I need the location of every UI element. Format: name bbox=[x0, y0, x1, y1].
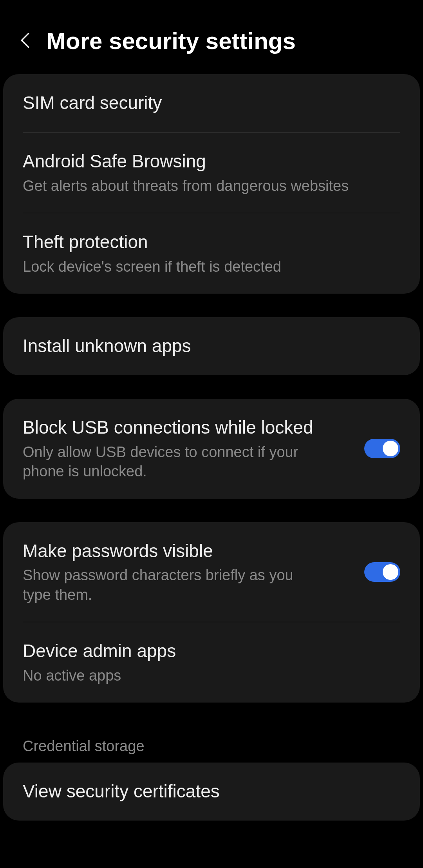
row-title: Install unknown apps bbox=[23, 334, 400, 358]
group-block-usb: Block USB connections while locked Only … bbox=[3, 399, 420, 499]
make-passwords-visible-row[interactable]: Make passwords visible Show password cha… bbox=[3, 522, 420, 622]
group-credential-storage: View security certificates bbox=[3, 763, 420, 821]
make-passwords-visible-toggle[interactable] bbox=[364, 562, 400, 582]
page-title: More security settings bbox=[46, 27, 296, 54]
row-title: View security certificates bbox=[23, 780, 400, 803]
row-title: Block USB connections while locked bbox=[23, 416, 320, 439]
row-subtitle: Show password characters briefly as you … bbox=[23, 566, 320, 605]
group-install-unknown: Install unknown apps bbox=[3, 317, 420, 375]
row-title: Theft protection bbox=[23, 231, 400, 254]
block-usb-row[interactable]: Block USB connections while locked Only … bbox=[3, 399, 420, 499]
row-title: Make passwords visible bbox=[23, 539, 320, 563]
toggle-knob bbox=[383, 564, 398, 580]
row-title: Android Safe Browsing bbox=[23, 150, 400, 173]
row-title: SIM card security bbox=[23, 91, 400, 115]
row-subtitle: Get alerts about threats from dangerous … bbox=[23, 176, 400, 196]
row-subtitle: Lock device's screen if theft is detecte… bbox=[23, 257, 400, 276]
device-admin-apps-row[interactable]: Device admin apps No active apps bbox=[3, 622, 420, 703]
android-safe-browsing-row[interactable]: Android Safe Browsing Get alerts about t… bbox=[3, 133, 420, 213]
row-subtitle: No active apps bbox=[23, 666, 400, 685]
sim-card-security-row[interactable]: SIM card security bbox=[3, 74, 420, 132]
back-button[interactable] bbox=[20, 32, 31, 51]
credential-storage-header: Credential storage bbox=[3, 726, 420, 763]
row-title: Device admin apps bbox=[23, 639, 400, 663]
group-sim-safe-theft: SIM card security Android Safe Browsing … bbox=[3, 74, 420, 294]
block-usb-toggle[interactable] bbox=[364, 439, 400, 458]
toggle-knob bbox=[383, 441, 398, 456]
view-security-certificates-row[interactable]: View security certificates bbox=[3, 763, 420, 821]
group-passwords-admin: Make passwords visible Show password cha… bbox=[3, 522, 420, 703]
theft-protection-row[interactable]: Theft protection Lock device's screen if… bbox=[3, 213, 420, 294]
install-unknown-apps-row[interactable]: Install unknown apps bbox=[3, 317, 420, 375]
chevron-left-icon bbox=[20, 32, 31, 49]
row-subtitle: Only allow USB devices to connect if you… bbox=[23, 443, 320, 481]
